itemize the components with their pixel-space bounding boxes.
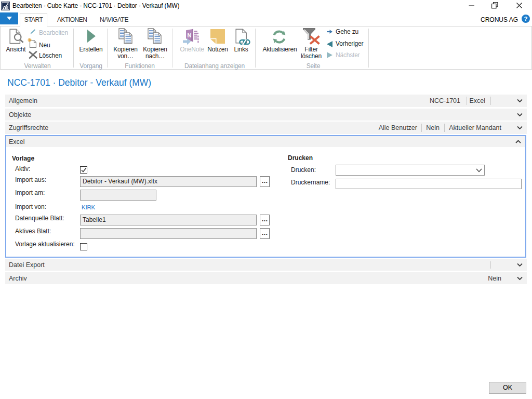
svg-text:N: N	[188, 32, 192, 38]
svg-text:?: ?	[524, 16, 527, 22]
